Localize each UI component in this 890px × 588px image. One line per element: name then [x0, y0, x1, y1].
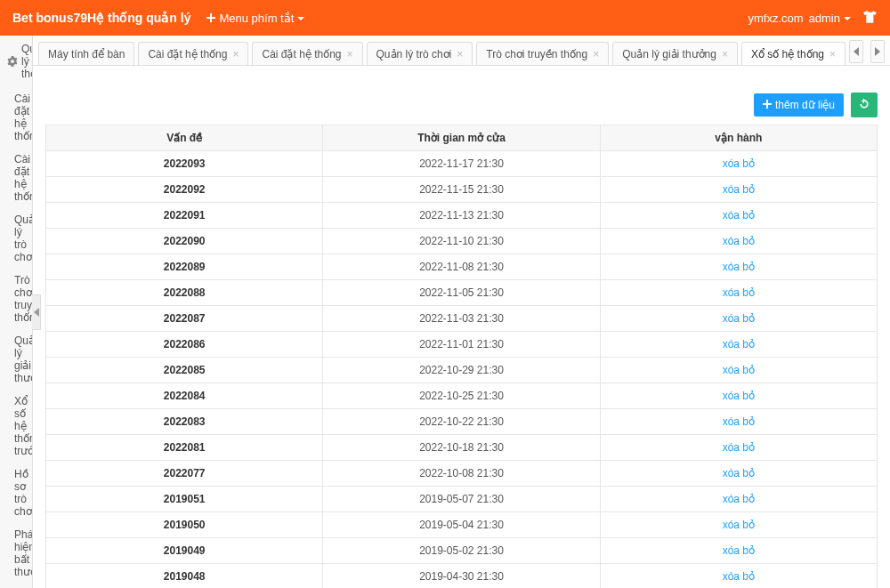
table-row: 20220852022-10-29 21:30xóa bỏ [46, 358, 878, 383]
delete-link[interactable]: xóa bỏ [723, 157, 755, 170]
delete-link[interactable]: xóa bỏ [723, 261, 755, 273]
delete-link[interactable]: xóa bỏ [723, 570, 755, 583]
tab-label: Máy tính để bàn [48, 48, 125, 60]
table-row: 20190482019-04-30 21:30xóa bỏ [46, 564, 878, 589]
top-header: Bet bonus79Hệ thống quản lý Menu phím tắ… [0, 0, 890, 36]
tab[interactable]: Cài đặt hệ thống× [138, 42, 248, 66]
cell-open-time: 2022-11-03 21:30 [323, 306, 600, 332]
cell-issue: 2022085 [46, 358, 323, 383]
cell-issue: 2022081 [46, 435, 323, 461]
menu-shortcut-label: Menu phím tắt [219, 12, 294, 25]
table-row: 20220872022-11-03 21:30xóa bỏ [46, 306, 878, 332]
delete-link[interactable]: xóa bỏ [723, 415, 755, 428]
delete-link[interactable]: xóa bỏ [723, 312, 755, 325]
sidebar-group-head[interactable]: Quản lý hệ thống [0, 36, 32, 87]
refresh-button[interactable] [851, 93, 878, 117]
data-table: Vấn đề Thời gian mở cửa vận hành 2022093… [45, 125, 878, 588]
tab-label: Xổ số hệ thống [751, 48, 824, 60]
cell-operate: xóa bỏ [600, 306, 877, 332]
sidebar-item[interactable]: Trò chơi truyền thống [0, 269, 32, 329]
delete-link[interactable]: xóa bỏ [723, 467, 755, 479]
cell-issue: 2022086 [46, 332, 323, 358]
close-icon[interactable]: × [722, 48, 728, 60]
sidebar-item[interactable]: Phát hiện bất thường [0, 523, 32, 584]
delete-link[interactable]: xóa bỏ [723, 390, 755, 402]
sidebar-collapse-handle[interactable] [32, 294, 41, 330]
cell-operate: xóa bỏ [600, 254, 877, 280]
table-row: 20190512019-05-07 21:30xóa bỏ [46, 487, 878, 512]
sidebar-item[interactable]: Cài đặt hệ thống [0, 87, 32, 148]
close-icon[interactable]: × [347, 48, 353, 60]
tab-label: Cài đặt hệ thống [262, 48, 341, 60]
cell-operate: xóa bỏ [600, 564, 877, 589]
table-row: 20220892022-11-08 21:30xóa bỏ [46, 254, 878, 280]
delete-link[interactable]: xóa bỏ [723, 183, 755, 196]
sidebar-item[interactable]: Xổ số hệ thống trước [0, 390, 32, 463]
cell-issue: 2019049 [46, 538, 323, 564]
tabs-scroll-right[interactable] [870, 40, 885, 63]
tab-label: Quản lý giải thưởng [622, 48, 716, 60]
menu-shortcut-button[interactable]: Menu phím tắt [206, 12, 304, 25]
app-brand: Bet bonus79Hệ thống quản lý [12, 11, 190, 25]
cell-operate: xóa bỏ [600, 177, 877, 203]
cell-open-time: 2022-11-08 21:30 [323, 254, 600, 280]
sidebar-item[interactable]: Quản lý trò chơi [0, 208, 32, 269]
table-row: 20220912022-11-13 21:30xóa bỏ [46, 203, 878, 229]
sidebar-item[interactable]: Hồ sơ trò chơi [0, 463, 32, 523]
delete-link[interactable]: xóa bỏ [723, 338, 755, 350]
cell-operate: xóa bỏ [600, 487, 877, 512]
tab-bar: Máy tính để bànCài đặt hệ thống×Cài đặt … [33, 36, 890, 66]
chevron-down-icon [844, 12, 851, 25]
sidebar-group-label: Quản lý hệ thống [21, 43, 33, 80]
cell-issue: 2019048 [46, 564, 323, 589]
cell-open-time: 2019-05-04 21:30 [323, 512, 600, 538]
cell-open-time: 2022-11-17 21:30 [323, 151, 600, 177]
admin-menu[interactable]: admin [809, 12, 851, 25]
cell-operate: xóa bỏ [600, 280, 877, 306]
cell-operate: xóa bỏ [600, 409, 877, 435]
sidebar: Quản lý hệ thốngCài đặt hệ thốngCài đặt … [0, 36, 33, 588]
tab[interactable]: Quản lý giải thưởng× [612, 42, 738, 66]
delete-link[interactable]: xóa bỏ [723, 286, 755, 299]
cell-operate: xóa bỏ [600, 435, 877, 461]
delete-link[interactable]: xóa bỏ [723, 441, 755, 454]
tab[interactable]: Trò chơi truyền thống× [476, 42, 609, 66]
cell-issue: 2022091 [46, 203, 323, 229]
cell-issue: 2022087 [46, 306, 323, 332]
close-icon[interactable]: × [829, 48, 836, 60]
plus-icon [763, 99, 772, 111]
tabs-scroll-left[interactable] [849, 40, 863, 63]
tshirt-icon[interactable] [863, 10, 878, 27]
close-icon[interactable]: × [593, 48, 599, 60]
tab[interactable]: Máy tính để bàn [38, 42, 134, 66]
tab[interactable]: Xổ số hệ thống× [741, 42, 846, 66]
cell-issue: 2022088 [46, 280, 323, 306]
cell-open-time: 2022-10-22 21:30 [323, 409, 600, 435]
close-icon[interactable]: × [232, 48, 239, 60]
col-operate: vận hành [600, 125, 877, 151]
delete-link[interactable]: xóa bỏ [723, 364, 755, 376]
add-data-button[interactable]: thêm dữ liệu [754, 93, 844, 117]
delete-link[interactable]: xóa bỏ [723, 209, 755, 222]
cell-issue: 2022084 [46, 383, 323, 409]
cell-issue: 2022093 [46, 151, 323, 177]
delete-link[interactable]: xóa bỏ [723, 519, 755, 531]
sidebar-item[interactable]: Cài đặt hệ thống [0, 148, 32, 208]
sidebar-item[interactable]: Phát hiện bất thường [0, 584, 32, 588]
chevron-down-icon [297, 12, 304, 25]
tab[interactable]: Quản lý trò chơi× [367, 42, 473, 66]
table-row: 20190492019-05-02 21:30xóa bỏ [46, 538, 878, 564]
cell-open-time: 2019-04-30 21:30 [323, 564, 600, 589]
sidebar-item[interactable]: Quản lý giải thưởng [0, 329, 32, 390]
cell-open-time: 2022-10-25 21:30 [323, 383, 600, 409]
close-icon[interactable]: × [457, 48, 463, 60]
cell-operate: xóa bỏ [600, 383, 877, 409]
delete-link[interactable]: xóa bỏ [723, 235, 755, 247]
table-row: 20220932022-11-17 21:30xóa bỏ [46, 151, 878, 177]
refresh-icon [858, 98, 870, 113]
tab[interactable]: Cài đặt hệ thống× [252, 42, 362, 66]
cell-operate: xóa bỏ [600, 229, 877, 254]
delete-link[interactable]: xóa bỏ [723, 493, 755, 505]
delete-link[interactable]: xóa bỏ [723, 544, 755, 557]
cell-open-time: 2022-10-18 21:30 [323, 435, 600, 461]
